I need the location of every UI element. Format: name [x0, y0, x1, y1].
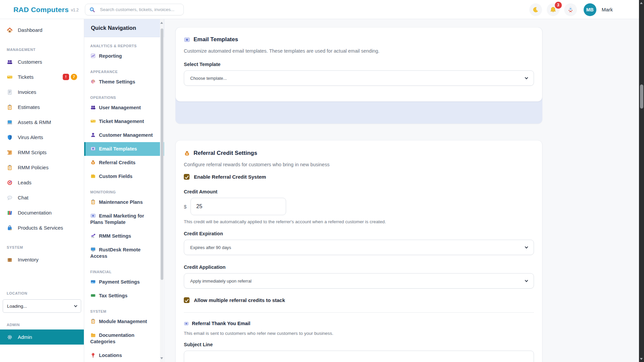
notifications-button[interactable]: 3 [547, 3, 559, 16]
currency-symbol: $ [184, 204, 186, 209]
mail-icon [90, 146, 96, 152]
mail-icon [90, 213, 96, 219]
checkbox-checked-icon[interactable] [184, 174, 190, 180]
sidebar-item-inventory[interactable]: Inventory [0, 252, 84, 267]
quicknav-item-rmm-settings[interactable]: RMM Settings [84, 229, 164, 243]
clipboard-icon [90, 199, 96, 205]
quicknav-item-email-marketing-for-plans-template[interactable]: Email Marketing for Plans Template [84, 209, 164, 229]
sidebar-item-assets-rmm[interactable]: Assets & RMM [0, 115, 84, 130]
referral-settings-card: $ Referral Credit Settings Configure ref… [175, 140, 542, 362]
quicknav-item-custom-fields[interactable]: Custom Fields [84, 170, 164, 183]
card-title: Referral Credit Settings [194, 150, 257, 157]
sidebar-item-dashboard[interactable]: Dashboard [0, 22, 84, 38]
credit-amount-label: Credit Amount [184, 189, 534, 194]
enable-referral-checkbox-row[interactable]: Enable Referral Credit System [184, 174, 534, 180]
stack-credits-checkbox-row[interactable]: Allow multiple referral credits to stack [184, 297, 534, 303]
credit-expiration-value: Expires after 90 days [190, 245, 231, 250]
search-input[interactable] [100, 7, 179, 12]
quicknav-item-maintenance-plans[interactable]: Maintenance Plans [84, 195, 164, 209]
moon-icon [532, 6, 539, 13]
quicknav-scrollbar-thumb[interactable] [161, 28, 163, 280]
pin-icon [90, 352, 96, 358]
sidebar-item-customers[interactable]: Customers [0, 54, 84, 69]
sidebar-item-admin[interactable]: Admin [0, 329, 84, 345]
scroll-down-icon[interactable] [640, 358, 643, 360]
quicknav-item-email-templates[interactable]: Email Templates [84, 142, 164, 156]
chevron-down-icon [525, 279, 528, 282]
card-icon [90, 279, 96, 285]
quicknav-item-label: Payment Settings [99, 279, 140, 285]
quicknav-item-module-management[interactable]: Module Management [84, 315, 164, 328]
sidebar-item-leads[interactable]: Leads [0, 175, 84, 190]
quicknav-section-label: FINANCIAL [90, 270, 158, 274]
page-scrollbar[interactable] [639, 0, 644, 362]
checkbox-checked-icon[interactable] [184, 297, 190, 303]
ticket-icon [7, 74, 13, 80]
sidebar-item-label: Products & Services [18, 224, 77, 231]
sidebar-item-rmm-scripts[interactable]: RMM Scripts [0, 145, 84, 160]
credit-amount-input[interactable] [191, 198, 286, 215]
page-scrollbar-thumb[interactable] [640, 84, 643, 109]
quicknav-item-theme-settings[interactable]: Theme Settings [84, 75, 164, 89]
scroll-down-icon[interactable] [160, 357, 163, 359]
sidebar-item-rmm-policies[interactable]: RMM Policies [0, 160, 84, 175]
quicknav-item-user-management[interactable]: User Management [84, 101, 164, 115]
whats-new-button[interactable] [564, 3, 577, 16]
thankyou-description: This email is sent to customers who refe… [184, 331, 534, 336]
sidebar-item-products-services[interactable]: Products & Services [0, 220, 84, 235]
sidebar-item-invoices[interactable]: Invoices [0, 84, 84, 100]
sidebar-item-chat[interactable]: Chat [0, 190, 84, 205]
sidebar-item-virus-alerts[interactable]: Virus Alerts [0, 130, 84, 145]
chevron-down-icon [74, 304, 77, 307]
sidebar-item-documentation[interactable]: Documentation [0, 205, 84, 220]
quicknav-item-tax-settings[interactable]: Tax Settings [84, 289, 164, 303]
laptop-icon [7, 119, 13, 125]
quicknav-item-customer-management[interactable]: Customer Management [84, 128, 164, 142]
quicknav-item-referral-credits[interactable]: $Referral Credits [84, 156, 164, 170]
quicknav-item-label: Reporting [99, 53, 122, 59]
quicknav-item-reporting[interactable]: Reporting [84, 49, 164, 63]
shield-icon [7, 134, 13, 140]
quicknav-section-label: APPEARANCE [90, 70, 158, 74]
quicknav-item-ticket-management[interactable]: Ticket Management [84, 115, 164, 128]
quicknav-item-locations[interactable]: Locations [84, 349, 164, 362]
scroll-icon [7, 149, 13, 156]
global-search[interactable] [85, 4, 184, 15]
rocket-icon [567, 6, 574, 13]
sidebar-item-label: Estimates [18, 104, 77, 111]
box-icon [7, 257, 13, 263]
template-select-value: Choose template... [190, 76, 227, 81]
section-divider [184, 312, 534, 313]
search-icon [89, 7, 95, 13]
sidebar-item-label: Leads [18, 179, 77, 186]
subject-line-input[interactable] [184, 351, 534, 362]
quicknav-item-label: Maintenance Plans [99, 199, 143, 205]
quicknav-item-label: Custom Fields [99, 174, 132, 179]
quicknav-item-payment-settings[interactable]: Payment Settings [84, 275, 164, 289]
sidebar-item-label: RMM Scripts [18, 149, 77, 156]
bag-icon [7, 225, 13, 231]
scroll-up-icon[interactable] [640, 2, 643, 4]
location-select[interactable]: Loading... [3, 299, 81, 313]
sidebar-item-tickets[interactable]: Tickets!7 [0, 69, 84, 84]
credit-application-select[interactable]: Apply immediately upon referral [184, 273, 534, 289]
quicknav-section-label: MONITORING [90, 190, 158, 194]
quicknav-item-documentation-categories[interactable]: Documentation Categories [84, 328, 164, 349]
quicknav-item-rustdesk-remote-access[interactable]: RustDesk Remote Access [84, 243, 164, 263]
chat-icon [7, 195, 13, 201]
quicknav-scrollbar[interactable] [160, 19, 164, 362]
theme-toggle-button[interactable] [529, 3, 542, 16]
sidebar-section-label: ADMIN [7, 323, 77, 327]
quicknav-section-label: SYSTEM [90, 309, 158, 313]
email-icon [184, 321, 189, 326]
template-select[interactable]: Choose template... [184, 70, 534, 86]
quicknav-item-label: RMM Settings [99, 233, 131, 239]
chevron-down-icon [525, 76, 528, 79]
sidebar-item-label: Chat [18, 194, 77, 201]
scroll-up-icon[interactable] [160, 22, 163, 24]
credit-expiration-select[interactable]: Expires after 90 days [184, 240, 534, 255]
sidebar-item-label: Documentation [18, 209, 77, 216]
sidebar-item-label: Customers [18, 58, 77, 65]
avatar[interactable]: MB [584, 3, 596, 16]
sidebar-item-estimates[interactable]: Estimates [0, 100, 84, 115]
